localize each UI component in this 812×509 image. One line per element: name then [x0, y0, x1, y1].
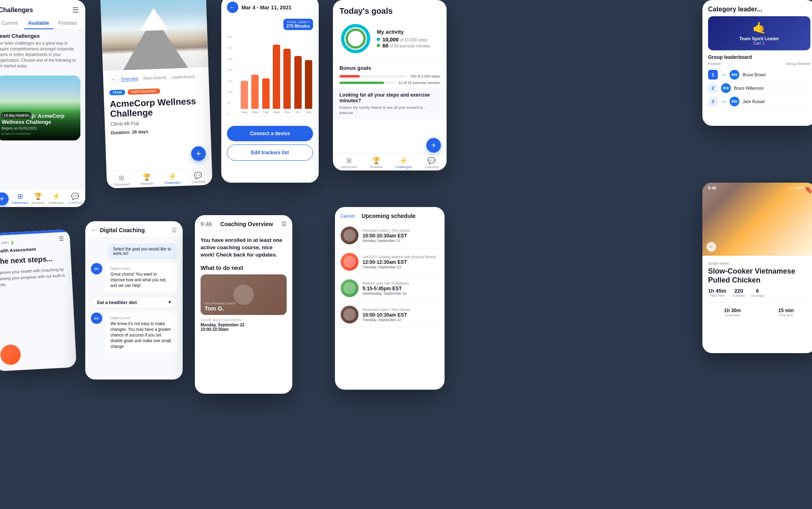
activity-ring: [339, 22, 372, 55]
dropdown-arrow: ▾: [168, 300, 171, 305]
bar-label-thu: Thu: [284, 110, 290, 114]
goals-nav-rewards[interactable]: 🏆 Rewards: [370, 157, 383, 169]
schedule-time-1: 10:00-10:30am EST: [363, 233, 410, 239]
steps-value: 10,000 of 10,000 steps: [382, 37, 428, 43]
schedule-info-2: Get FITT: Getting started with physical …: [363, 255, 436, 269]
digital-menu-icon[interactable]: ☰: [172, 227, 177, 233]
servings-meta: 6 Servings: [751, 288, 764, 298]
goals-nav-challenges[interactable]: ⚡ Challenges: [395, 157, 412, 169]
bonus-exercise-label: 12 of 15 exercise minutes: [398, 81, 440, 85]
acme-tabs: Overview Team Activity Leaderboard: [121, 74, 194, 82]
acme-nav-dashboard[interactable]: ⊞ Dashboard: [114, 174, 130, 186]
back-button[interactable]: ←: [109, 74, 119, 84]
plus-floating-button[interactable]: +: [191, 146, 206, 161]
nav-challenges-label: Challenges: [48, 201, 64, 205]
avatar-2: BW: [721, 83, 731, 93]
chart-back-button[interactable]: ←: [227, 2, 238, 13]
schedule-coach-4: Personal Coach | Tom Glover: [363, 308, 410, 312]
nav-coaching-label: Coaching: [68, 201, 82, 205]
activity-ring-svg: [339, 22, 372, 55]
badge-ends: ENDS 02/21/2021: [127, 88, 160, 95]
goals-dashboard-label: Dashboard: [341, 165, 357, 169]
nav-dashboard[interactable]: ⊞ Dashboard: [12, 192, 28, 205]
bookmark-icon[interactable]: 🔖: [805, 186, 812, 194]
bars-container: Sun Mon Tue Wed Thu: [240, 35, 313, 116]
recipe-back-button[interactable]: ←: [706, 242, 716, 252]
servings-label: Servings: [751, 294, 764, 298]
recipe-card: 9:46 ▪▪▪ WiFi 🔋 ← 🔖 Soups-stews Slow-Coo…: [702, 183, 812, 353]
divider: [333, 61, 447, 62]
bar-sun: Sun: [240, 81, 249, 114]
leader-header: Category leader...: [702, 0, 812, 16]
signal-icon: ▪▪▪: [790, 186, 794, 190]
dropdown-select[interactable]: Eat a healthier diet ▾: [91, 296, 177, 308]
recipe-time: 9:46: [708, 186, 716, 190]
looking-desc: Explore My Activity history to see all y…: [339, 105, 440, 115]
goals-rewards-icon: 🏆: [372, 157, 380, 164]
recipe-title: Slow-Cooker Vietnamese Pulled Chicken: [708, 267, 810, 285]
challenge-image-card[interactable]: 14 day duration Climb Mt Fuji: AcmeCorp …: [0, 75, 80, 140]
bonus-steps-label: 750 of 2,500 steps: [410, 74, 440, 78]
plus-button[interactable]: +: [0, 192, 9, 205]
section-title: Team Challenges: [0, 30, 85, 41]
nav-coaching[interactable]: 💬 Coaching: [68, 192, 82, 205]
challenges-title: Challenges: [0, 6, 33, 14]
svg-point-3: [347, 30, 365, 47]
tab-team-activity[interactable]: Team Activity: [143, 75, 167, 81]
acme-nav-challenges[interactable]: ⚡ Challenges: [164, 172, 181, 185]
bar-value-fri: [294, 56, 302, 109]
edit-trackers-button[interactable]: Edit trackers list: [227, 145, 313, 161]
servings-value: 6: [751, 288, 764, 294]
bottom-nav-challenges: + ⊞ Dashboard 🏆 Rewards ⚡ Challenges 💬 C…: [0, 189, 85, 207]
cancel-button[interactable]: Cancel: [341, 214, 354, 218]
y-axis: 350300250200150100500: [227, 35, 238, 116]
calories-value: 220: [733, 288, 745, 294]
goals-bottom-nav: ⊞ Dashboard 🏆 Rewards ⚡ Challenges 💬 Coa…: [333, 153, 447, 170]
coach-sub: Your Personal Coach: [205, 302, 235, 305]
tab-overview[interactable]: Overview: [121, 76, 138, 82]
bonus-title: Bonus goals: [339, 65, 440, 71]
chart-card: ← Mar 4 - Mar 11, 2021 TOTAL | MAR 7 275…: [221, 0, 319, 183]
digital-card: ← Digital Coaching ☰ Select the goal you…: [85, 221, 183, 380]
leader-row-3: 3 ↑+1 BW Jack Russel: [708, 95, 810, 108]
goals-nav-coaching[interactable]: 💬 Coaching: [425, 157, 438, 169]
bar-label-sun: Sun: [242, 110, 247, 114]
goals-nav-dashboard[interactable]: ⊞ Dashboard: [341, 157, 357, 169]
tab-current[interactable]: Current: [0, 18, 24, 29]
recipe-stats-row: 1h 30m Cook time 15 min Prep time: [708, 302, 810, 317]
challenges-icon: ⚡: [52, 192, 60, 200]
tab-finished[interactable]: Finished: [53, 18, 82, 29]
schedule-avatar-3: [341, 279, 358, 297]
bar-value-sat: [305, 60, 312, 109]
nav-rewards[interactable]: 🏆 Rewards: [32, 192, 45, 205]
hamburger-icon[interactable]: ☰: [72, 6, 79, 15]
calories-meta: 220 Calories: [733, 288, 745, 298]
team-spirit-name: Carl J.: [754, 41, 765, 45]
health-hamburger[interactable]: ☰: [59, 235, 65, 242]
digital-back-button[interactable]: ←: [91, 227, 97, 233]
avatar-3: BW: [730, 97, 739, 106]
connect-device-button[interactable]: Connect a device: [227, 126, 313, 141]
total-time-meta: 1h 45m Total Time: [708, 288, 726, 298]
chart-date-range: Mar 4 - Mar 11, 2021: [242, 4, 292, 11]
chart-total-label: TOTAL | MAR 7: [287, 20, 310, 24]
chart-tooltip: TOTAL | MAR 7 275 Minutes: [283, 19, 313, 30]
activity-labels: My activity 10,000 of 10,000 steps 60 of…: [377, 29, 430, 49]
col-member: Group Member: [786, 62, 810, 66]
steps-total: of 10,000 steps: [400, 38, 428, 42]
cook-time-label: Cook time: [708, 313, 757, 317]
recipe-content: Soups-stews Slow-Cooker Vietnamese Pulle…: [702, 256, 812, 323]
tab-leaderboard[interactable]: Leaderboard: [171, 74, 194, 80]
acme-nav-coaching[interactable]: 💬 Coaching: [191, 171, 205, 184]
fab-plus-button[interactable]: +: [426, 138, 441, 153]
tab-available[interactable]: Available: [24, 18, 53, 29]
acme-coaching-icon: 💬: [194, 171, 203, 179]
recipe-status-bar: 9:46 ▪▪▪ WiFi 🔋: [702, 183, 812, 194]
avatar-1: BW: [730, 70, 739, 80]
badge-team: TEAM: [109, 90, 125, 95]
next-session-time: Monday, September 2210:00-10:30am: [201, 323, 287, 332]
coaching-menu[interactable]: ☰: [281, 221, 287, 227]
schedule-date-2: Tuesday, September 23: [363, 265, 436, 269]
acme-nav-rewards[interactable]: 🏆 Rewards: [140, 173, 154, 185]
nav-challenges[interactable]: ⚡ Challenges: [48, 192, 64, 205]
